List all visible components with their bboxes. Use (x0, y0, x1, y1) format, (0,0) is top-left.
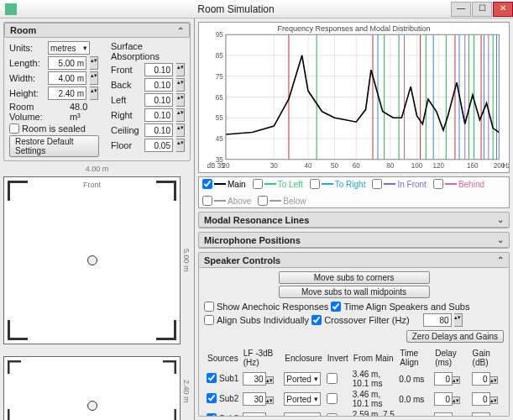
anechoic-checkbox[interactable] (204, 302, 214, 312)
sub3-lf-field[interactable]: 30 (243, 412, 266, 417)
chart-legend: Main To Left To Right In Front Behind Ab… (198, 176, 510, 208)
svg-text:30: 30 (270, 162, 279, 170)
crossover-checkbox[interactable] (311, 315, 322, 325)
svg-text:120: 120 (432, 162, 444, 170)
abs-left-field[interactable]: 0.10 (144, 93, 173, 107)
abs-right-field[interactable]: 0.10 (144, 108, 173, 122)
units-label: Units: (9, 43, 44, 53)
sub3-enclosure-select[interactable]: Ported (284, 412, 321, 417)
svg-text:45: 45 (216, 135, 224, 143)
titlebar: Room Simulation — ☐ ✕ (0, 0, 513, 18)
legend-item-to-left[interactable]: To Left (253, 179, 303, 189)
source-sub3-checkbox[interactable] (207, 413, 217, 417)
app-icon (5, 3, 17, 15)
height-field[interactable]: 2.40 m (48, 87, 86, 100)
abs-floor-field[interactable]: 0.05 (144, 139, 173, 152)
legend-item-main[interactable]: Main (202, 179, 246, 189)
frequency-chart[interactable]: Frequency Responses and Modal Distributi… (198, 22, 510, 173)
width-field[interactable]: 4.00 m (48, 71, 86, 85)
source-sub1-checkbox[interactable] (207, 373, 217, 383)
abs-front-field[interactable]: 0.10 (144, 63, 173, 76)
modal-section-header[interactable]: Modal Resonance Lines⌄ (199, 213, 509, 228)
move-subs-corners-button[interactable]: Move subs to corners (279, 271, 430, 284)
crossover-field[interactable]: 80 (423, 313, 452, 327)
sub1-enclosure-select[interactable]: Ported (284, 372, 321, 386)
restore-defaults-button[interactable]: Restore Default Settings (9, 135, 99, 157)
absorptions-heading: Surface Absorptions (111, 41, 185, 61)
legend-item-in-front[interactable]: In Front (372, 179, 426, 189)
abs-front-spinner[interactable]: ▴▾ (176, 63, 185, 76)
abs-back-field[interactable]: 0.10 (144, 78, 173, 92)
sealed-label: Room is sealed (22, 123, 86, 134)
minimize-button[interactable]: — (451, 2, 471, 17)
svg-text:100: 100 (411, 162, 423, 170)
sub1-lf-field[interactable]: 30 (243, 372, 266, 386)
abs-floor-label: Floor (111, 140, 141, 150)
col-from-main: From Main (352, 348, 397, 368)
sub1-gain-field[interactable]: 0 (472, 372, 490, 386)
svg-text:85: 85 (216, 52, 224, 60)
chevron-down-icon: ⌄ (497, 235, 504, 244)
svg-text:80: 80 (386, 162, 395, 170)
abs-right-spinner[interactable]: ▴▾ (176, 108, 185, 122)
modal-section-label: Modal Resonance Lines (204, 215, 309, 225)
maximize-button[interactable]: ☐ (472, 2, 492, 17)
abs-ceiling-spinner[interactable]: ▴▾ (176, 123, 185, 137)
sub2-invert-checkbox[interactable] (327, 393, 338, 404)
mic-icon-elev[interactable] (87, 401, 97, 411)
speaker-section-label: Speaker Controls (204, 255, 280, 265)
crossover-spinner[interactable]: ▴▾ (454, 313, 463, 327)
legend-item-above[interactable]: Above (202, 196, 251, 206)
sub2-enclosure-select[interactable]: Ported (284, 392, 321, 406)
zero-delays-gains-button[interactable]: Zero Delays and Gains (406, 330, 504, 343)
close-button[interactable]: ✕ (493, 2, 513, 17)
sealed-checkbox[interactable] (9, 123, 19, 134)
width-label: Width: (9, 73, 44, 83)
mic-section-header[interactable]: Microphone Positions⌄ (199, 233, 509, 248)
length-spinner[interactable]: ▴▾ (90, 56, 98, 70)
sub2-lf-field[interactable]: 30 (243, 392, 266, 406)
align-indiv-checkbox[interactable] (204, 315, 214, 325)
sub1-invert-checkbox[interactable] (327, 373, 338, 384)
volume-label: Room Volume: (9, 102, 66, 122)
plan-width-top: 4.00 m (3, 165, 191, 173)
sub3-invert-checkbox[interactable] (327, 413, 338, 417)
abs-back-spinner[interactable]: ▴▾ (176, 78, 185, 92)
abs-left-spinner[interactable]: ▴▾ (176, 93, 185, 107)
move-subs-midpoints-button[interactable]: Move subs to wall midpoints (279, 286, 430, 298)
elev-height-dim: 2.40 m (182, 380, 191, 403)
sub2-delay-field[interactable]: 0 (434, 392, 453, 406)
plan-front-label: Front (4, 181, 180, 189)
width-spinner[interactable]: ▴▾ (90, 71, 98, 85)
svg-text:50: 50 (331, 162, 339, 170)
height-spinner[interactable]: ▴▾ (90, 87, 98, 100)
sub3-gain-field[interactable]: 0 (472, 412, 490, 417)
timealign-checkbox[interactable] (331, 302, 341, 312)
col-enclosure: Enclosure (283, 348, 323, 368)
legend-item-to-right[interactable]: To Right (310, 179, 366, 189)
source-row-sub3: Sub3 30▴▾ Ported 2.59 m, 7.5 ms 0.0 ms 0… (206, 410, 502, 417)
length-field[interactable]: 5.00 m (48, 56, 86, 70)
volume-value: 48.0 m³ (70, 102, 99, 122)
sub1-delay-field[interactable]: 0 (434, 372, 453, 386)
svg-text:75: 75 (216, 73, 224, 81)
units-select[interactable]: metres (48, 41, 90, 55)
legend-item-behind[interactable]: Behind (433, 179, 484, 189)
room-panel-header[interactable]: Room ⌃ (4, 23, 190, 38)
abs-floor-spinner[interactable]: ▴▾ (176, 139, 185, 152)
chevron-down-icon: ⌄ (497, 215, 504, 224)
elevation-view[interactable] (3, 356, 181, 420)
source-sub2-checkbox[interactable] (207, 393, 217, 403)
sub2-gain-field[interactable]: 0 (472, 392, 490, 406)
height-label: Height: (9, 88, 44, 98)
abs-back-label: Back (111, 80, 141, 90)
source-row-sub1: Sub1 30▴▾ Ported 3.46 m, 10.1 ms 0.0 ms … (206, 370, 502, 388)
svg-text:55: 55 (216, 114, 224, 122)
mic-icon[interactable] (87, 255, 97, 265)
plan-view[interactable]: Front (3, 176, 181, 344)
speaker-section-header[interactable]: Speaker Controls⌃ (199, 253, 509, 268)
svg-text:Hz: Hz (502, 162, 509, 170)
legend-item-below[interactable]: Below (258, 196, 306, 206)
abs-ceiling-field[interactable]: 0.10 (144, 123, 173, 137)
sub3-delay-field[interactable]: 0 (434, 412, 453, 417)
